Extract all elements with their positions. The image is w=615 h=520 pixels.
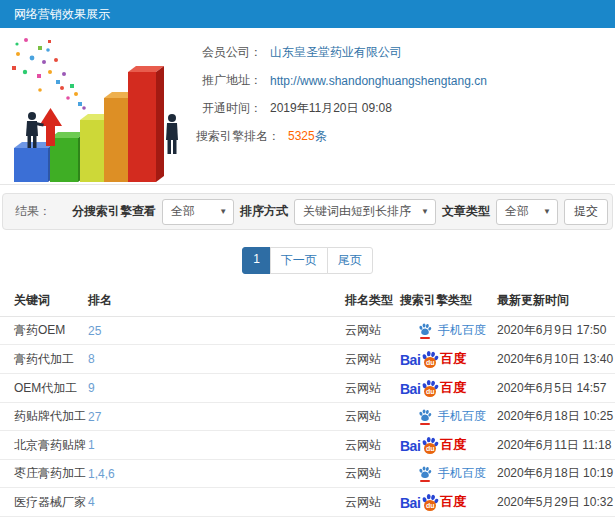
rank-type-cell: 云网站 (345, 460, 400, 488)
engine-cell: 手机百度 (400, 403, 497, 431)
table-row: 枣庄膏药加工 1,4,6 云网站 手机百度 2020年6月18日 (0, 460, 615, 488)
table-row: 北京膏药贴牌 1 云网站 Bai du 百度 202 (0, 431, 615, 460)
engine-cell: Bai du 百度 (400, 488, 497, 517)
baidu-logo-icon: du (421, 493, 439, 511)
engine-cell: 手机百度 (400, 317, 497, 345)
update-time-cell: 2020年6月5日 14:57 (497, 374, 615, 403)
pagination: 1 下一页 尾页 (0, 247, 615, 274)
baidu-logo-bai-text: Bai (400, 495, 420, 511)
engine-cell: Bai du 百度 (400, 345, 497, 374)
keyword-cell: OEM代加工 (0, 374, 88, 403)
baidu-underline-mark (420, 337, 430, 339)
baidu-logo-badge[interactable]: Bai du 百度 (400, 493, 466, 511)
filter-panel: 结果： 分搜索引擎查看 全部 ▼ 排序方式 关键词由短到长排序 ▼ 文章类型 全… (2, 193, 613, 230)
table-row: 菏泽膏药厂家 17 云网站 手机百度 2020年6月11日 11: (0, 517, 615, 520)
mobile-baidu-badge[interactable]: 手机百度 (418, 408, 486, 425)
page-title: 网络营销效果展示 (14, 6, 110, 23)
rank-type-header: 排名类型 (345, 284, 400, 317)
rank-link[interactable]: 25 (88, 324, 101, 338)
keyword-cell: 菏泽膏药厂家 (0, 517, 88, 520)
open-time-label: 开通时间： (190, 100, 262, 117)
member-info-list: 会员公司： 山东皇圣堂药业有限公司 推广地址： http://www.shand… (190, 28, 615, 184)
rank-link[interactable]: 8 (88, 352, 95, 366)
last-page-button[interactable]: 尾页 (327, 247, 373, 274)
article-type-select[interactable]: 全部 ▼ (496, 199, 558, 225)
results-table: 关键词 排名 排名类型 搜索引擎类型 最新更新时间 膏药OEM 25 云网站 (0, 284, 615, 520)
update-time-cell: 2020年5月29日 10:32 (497, 488, 615, 517)
engine-rank-label: 搜索引擎排名： (190, 128, 280, 145)
baidu-logo-badge[interactable]: Bai du 百度 (400, 436, 466, 454)
rank-link[interactable]: 1,4,6 (88, 467, 115, 481)
engine-cell: Bai du 百度 (400, 431, 497, 460)
update-time-cell: 2020年6月11日 11:18 (497, 431, 615, 460)
growth-bar-chart-image (4, 32, 189, 184)
article-type-selected: 全部 (505, 203, 529, 220)
engine-rank-row: 搜索引擎排名： 5325条 (190, 123, 615, 150)
promo-url-link[interactable]: http://www.shandonghuangshengtang.cn (270, 74, 487, 88)
baidu-logo-badge[interactable]: Bai du 百度 (400, 350, 466, 368)
mobile-baidu-icon (418, 323, 432, 339)
sort-select[interactable]: 关键词由短到长排序 ▼ (294, 199, 436, 225)
engine-rank-suffix: 条 (315, 129, 327, 143)
table-row: 医疗器械厂家 4 云网站 Bai du 百度 202 (0, 488, 615, 517)
mobile-baidu-text: 手机百度 (438, 408, 486, 425)
mobile-baidu-text: 手机百度 (438, 465, 486, 482)
open-time-row: 开通时间： 2019年11月20日 09:08 (190, 95, 615, 122)
businessman-right (166, 114, 178, 154)
baidu-logo-badge[interactable]: Bai du 百度 (400, 379, 466, 397)
engine-cell: 手机百度 (400, 517, 497, 520)
keyword-cell: 枣庄膏药加工 (0, 460, 88, 488)
engine-view-label: 分搜索引擎查看 (72, 203, 156, 220)
rank-type-cell: 云网站 (345, 403, 400, 431)
results-table-header-row: 关键词 排名 排名类型 搜索引擎类型 最新更新时间 (0, 284, 615, 317)
mobile-baidu-text: 手机百度 (438, 322, 486, 339)
mobile-baidu-icon (418, 409, 432, 425)
baidu-logo-icon: du (421, 436, 439, 454)
member-company-label: 会员公司： (190, 44, 262, 61)
rank-type-cell: 云网站 (345, 431, 400, 460)
rank-type-cell: 云网站 (345, 488, 400, 517)
rank-type-cell: 云网站 (345, 517, 400, 520)
engine-view-selected: 全部 (171, 203, 195, 220)
baidu-logo-bai-text: Bai (400, 438, 420, 454)
mobile-baidu-badge[interactable]: 手机百度 (418, 322, 486, 339)
open-time-value: 2019年11月20日 09:08 (270, 100, 392, 117)
rank-type-cell: 云网站 (345, 317, 400, 345)
update-time-cell: 2020年6月18日 10:19 (497, 460, 615, 488)
rank-header: 排名 (88, 284, 345, 317)
engine-view-select[interactable]: 全部 ▼ (162, 199, 234, 225)
table-row: 膏药代加工 8 云网站 Bai du 百度 2020 (0, 345, 615, 374)
filter-controls: 分搜索引擎查看 全部 ▼ 排序方式 关键词由短到长排序 ▼ 文章类型 全部 ▼ … (72, 199, 608, 225)
rank-link[interactable]: 9 (88, 381, 95, 395)
engine-rank-value: 5325条 (288, 128, 327, 145)
promo-url-label: 推广地址： (190, 72, 262, 89)
results-table-body: 膏药OEM 25 云网站 手机百度 2020年6月9日 17:50 (0, 317, 615, 520)
update-time-cell: 2020年6月11日 11:40 (497, 517, 615, 520)
result-label: 结果： (15, 203, 51, 220)
update-time-cell: 2020年6月18日 10:25 (497, 403, 615, 431)
rank-link[interactable]: 27 (88, 410, 101, 424)
update-time-cell: 2020年6月9日 17:50 (497, 317, 615, 345)
page-1-button[interactable]: 1 (242, 247, 271, 274)
mobile-baidu-icon (418, 466, 432, 482)
keyword-cell: 药贴牌代加工 (0, 403, 88, 431)
keyword-cell: 北京膏药贴牌 (0, 431, 88, 460)
rank-link[interactable]: 1 (88, 438, 95, 452)
next-page-button[interactable]: 下一页 (270, 247, 328, 274)
engine-rank-count: 5325 (288, 129, 315, 143)
rank-link[interactable]: 4 (88, 495, 95, 509)
baidu-underline-mark (420, 480, 430, 482)
sort-label: 排序方式 (240, 203, 288, 220)
member-company-row: 会员公司： 山东皇圣堂药业有限公司 (190, 39, 615, 66)
chevron-down-icon: ▼ (421, 207, 429, 216)
member-company-link[interactable]: 山东皇圣堂药业有限公司 (270, 44, 402, 61)
submit-button[interactable]: 提交 (564, 199, 608, 225)
chevron-down-icon: ▼ (543, 207, 551, 216)
baidu-logo-text: 百度 (440, 350, 466, 368)
baidu-logo-icon: du (421, 379, 439, 397)
baidu-logo-bai-text: Bai (400, 381, 420, 397)
table-row: OEM代加工 9 云网站 Bai du 百度 202 (0, 374, 615, 403)
mobile-baidu-badge[interactable]: 手机百度 (418, 465, 486, 482)
update-time-header: 最新更新时间 (497, 284, 615, 317)
keyword-header: 关键词 (0, 284, 88, 317)
